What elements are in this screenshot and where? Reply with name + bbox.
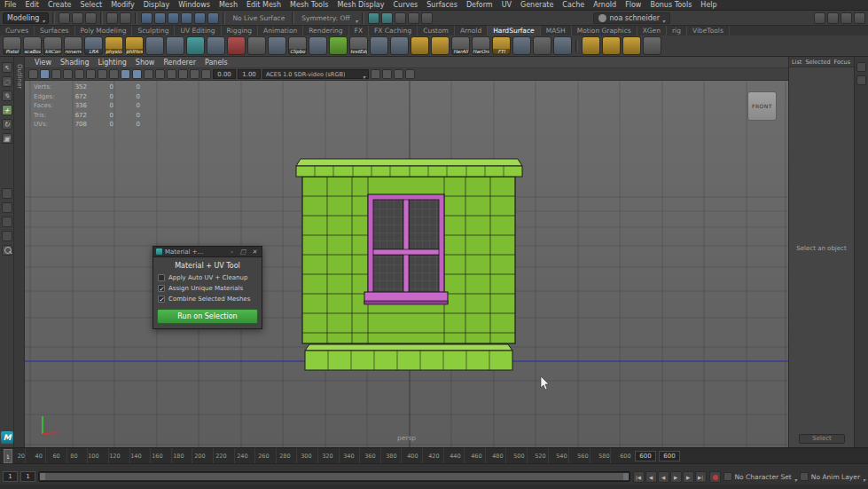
dialog-titlebar[interactable]: Material +... <box>152 246 262 257</box>
shelf-tab[interactable]: MASH <box>541 26 572 35</box>
shelf-tab[interactable]: Rigging <box>222 26 258 35</box>
menu-item[interactable]: Edit <box>20 0 43 11</box>
color-space-dropdown[interactable]: ACES 1.0 SDR-video (sRGB) <box>262 69 369 79</box>
front-image-plane-widget[interactable]: FRONT <box>747 91 777 121</box>
shelf-button[interactable]: rename <box>64 36 82 55</box>
shelf-button[interactable] <box>268 36 286 55</box>
auto-key-toggle[interactable] <box>709 471 721 483</box>
shelf-tab[interactable]: XGen <box>637 26 667 35</box>
range-bar[interactable] <box>40 473 629 480</box>
shelf-button[interactable]: physical <box>105 36 123 55</box>
menu-item[interactable]: Select <box>75 0 106 11</box>
shelf-button[interactable]: HarAll <box>451 36 470 55</box>
shelf-tab[interactable]: VibeTools <box>687 26 730 35</box>
panel-menu-item[interactable]: Shading <box>56 59 94 67</box>
playback-end-field[interactable]: 600 <box>635 451 656 461</box>
viewport-canvas[interactable]: Verts:35200 Edges:67200 Faces:33600 Tris… <box>25 81 788 447</box>
toggle-attribute-editor-icon[interactable] <box>814 12 825 24</box>
transport-button[interactable]: ▶| <box>695 471 707 483</box>
motion-blur-icon[interactable] <box>190 69 199 79</box>
shelf-tab[interactable]: FX Caching <box>369 26 418 35</box>
lasso-tool-icon[interactable]: ◌ <box>2 76 12 87</box>
shelf-button[interactable] <box>553 36 572 55</box>
menu-item[interactable]: Mesh Tools <box>285 0 332 11</box>
minimize-icon[interactable] <box>227 248 236 256</box>
shelf-tab[interactable]: Sculpting <box>132 26 175 35</box>
snap-grid-icon[interactable] <box>141 12 152 24</box>
menu-item[interactable]: Generate <box>516 0 558 11</box>
shelf-tab[interactable]: Custom <box>418 26 455 35</box>
attribute-menu-item[interactable]: Focus <box>834 59 851 66</box>
layout-single-pane-icon[interactable] <box>2 188 12 199</box>
hypershade-icon[interactable] <box>408 12 419 24</box>
exposure-field[interactable]: 0.00 <box>213 69 236 79</box>
layout-persp-graph-icon[interactable] <box>2 231 12 241</box>
shelf-tab[interactable]: UV Editing <box>175 26 221 35</box>
layout-persp-outliner-icon[interactable] <box>2 217 12 227</box>
film-gate-icon[interactable] <box>98 69 107 79</box>
playback-start-field[interactable]: 1 <box>20 471 35 482</box>
panel-menu-item[interactable]: Panels <box>200 59 232 67</box>
menu-item[interactable]: UV <box>497 0 516 11</box>
shelf-button[interactable] <box>207 36 225 55</box>
shelf-button[interactable]: scaBook <box>23 36 42 55</box>
screen-space-ao-icon[interactable] <box>178 69 188 79</box>
shelf-button[interactable]: LRA <box>84 36 103 55</box>
shelf-button[interactable]: Clipbo <box>288 36 307 55</box>
snap-view-icon[interactable] <box>194 12 206 24</box>
anim-layer-menu[interactable]: No Anim Layer <box>800 469 865 485</box>
rotate-tool-icon[interactable]: ↻ <box>2 119 12 130</box>
animation-start-field[interactable]: 1 <box>3 471 18 482</box>
snap-curve-icon[interactable] <box>154 12 166 24</box>
shelf-button[interactable] <box>431 36 450 55</box>
checkbox-checked[interactable] <box>158 296 165 303</box>
time-slider[interactable]: 0204060801001201401601802002202402602803… <box>0 447 868 463</box>
menu-item[interactable]: Mesh <box>215 0 242 11</box>
menu-item[interactable]: Modify <box>106 0 139 11</box>
render-icon[interactable] <box>368 12 379 24</box>
shelf-button[interactable] <box>390 36 409 55</box>
menu-item[interactable]: Edit Mesh <box>242 0 285 11</box>
render-settings-icon[interactable] <box>395 12 406 24</box>
anti-aliasing-icon[interactable] <box>201 69 211 79</box>
menu-item[interactable]: Flow <box>621 0 645 11</box>
zoom-tool-icon[interactable] <box>2 245 12 256</box>
shelf-button[interactable] <box>329 36 348 55</box>
redo-icon[interactable] <box>120 12 131 24</box>
symmetry-selector[interactable]: Symmetry: Off <box>298 14 353 22</box>
shadows-icon[interactable] <box>167 69 176 79</box>
menu-item[interactable]: Surfaces <box>422 0 462 11</box>
new-scene-icon[interactable] <box>59 12 70 24</box>
image-plane-icon[interactable] <box>74 69 84 79</box>
move-tool-icon[interactable]: + <box>2 105 12 115</box>
open-scene-icon[interactable] <box>72 12 83 24</box>
shelf-button[interactable]: kitCon <box>43 36 62 55</box>
shelf-button[interactable] <box>602 36 621 55</box>
xray-icon[interactable] <box>382 69 392 79</box>
snap-plane-icon[interactable] <box>181 12 192 24</box>
select-button[interactable]: Select <box>799 434 845 444</box>
option-combine-selected-meshes[interactable]: Combine Selected Meshes <box>158 296 257 303</box>
panel-toggle-icon[interactable] <box>856 75 866 85</box>
wireframe-on-shaded-icon[interactable] <box>121 69 130 79</box>
panel-toggle-icon[interactable] <box>856 62 866 72</box>
shelf-button[interactable] <box>411 36 429 55</box>
shelf-tab[interactable]: rig <box>667 26 687 35</box>
gamma-field[interactable]: 1.00 <box>238 69 261 79</box>
menu-item[interactable]: Cache <box>558 0 589 11</box>
shelf-button[interactable] <box>227 36 246 55</box>
range-handle-left[interactable] <box>40 473 45 480</box>
menu-item[interactable]: Bonus Tools <box>645 0 696 11</box>
toggle-channel-box-icon[interactable] <box>841 12 852 24</box>
panel-menu-item[interactable]: View <box>30 59 56 67</box>
menu-item[interactable]: Display <box>139 0 175 11</box>
toggle-modeling-toolkit-icon[interactable] <box>854 12 865 24</box>
shelf-tab[interactable]: Rendering <box>303 26 348 35</box>
menu-set-selector[interactable]: Modeling <box>3 12 49 24</box>
transport-button[interactable]: ◀ <box>645 471 657 483</box>
viewport-settings-icon[interactable] <box>405 69 415 79</box>
run-on-selection-button[interactable]: Run on Selection <box>157 309 258 324</box>
panel-menu-item[interactable]: Renderer <box>159 59 200 67</box>
maximize-icon[interactable] <box>239 248 247 256</box>
save-scene-icon[interactable] <box>85 12 97 24</box>
